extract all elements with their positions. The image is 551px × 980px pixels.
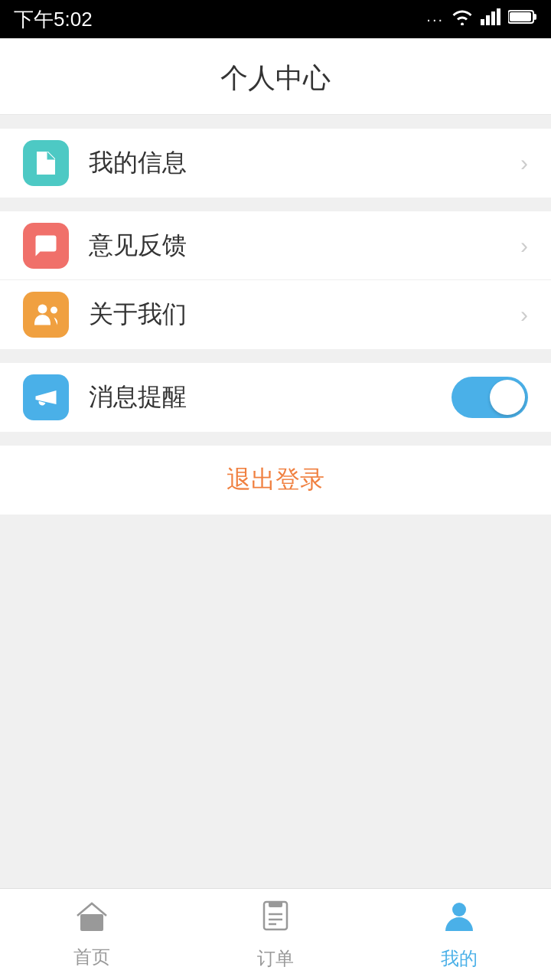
my-info-icon-wrap bbox=[23, 140, 69, 186]
svg-rect-3 bbox=[497, 8, 500, 25]
mine-tab-icon bbox=[442, 899, 476, 940]
section-gap-1 bbox=[0, 115, 551, 129]
status-icons: ··· bbox=[426, 8, 537, 30]
feedback-chevron: › bbox=[520, 233, 528, 259]
section-gap-3 bbox=[0, 349, 551, 363]
notification-toggle[interactable] bbox=[452, 377, 528, 418]
orders-tab-icon bbox=[259, 899, 292, 940]
chat-icon bbox=[32, 232, 60, 260]
my-info-label: 我的信息 bbox=[89, 146, 520, 180]
battery-icon bbox=[508, 9, 537, 29]
tab-bar: 首页 订单 我的 bbox=[0, 888, 551, 980]
svg-point-7 bbox=[38, 305, 47, 314]
signal-icon bbox=[481, 8, 500, 30]
menu-item-feedback[interactable]: 意见反馈 › bbox=[0, 211, 551, 280]
mine-tab-label: 我的 bbox=[441, 946, 478, 971]
orders-tab-label: 订单 bbox=[257, 946, 294, 971]
svg-rect-5 bbox=[533, 14, 536, 20]
svg-rect-6 bbox=[510, 12, 531, 21]
toggle-knob bbox=[490, 380, 525, 415]
menu-item-about[interactable]: 关于我们 › bbox=[0, 280, 551, 349]
status-bar: 下午5:02 ··· bbox=[0, 0, 551, 38]
person-group-icon bbox=[32, 301, 60, 328]
logout-section[interactable]: 退出登录 bbox=[0, 446, 551, 514]
page-header: 个人中心 bbox=[0, 38, 551, 115]
svg-rect-0 bbox=[481, 19, 484, 25]
about-icon-wrap bbox=[23, 292, 69, 338]
tab-orders[interactable]: 订单 bbox=[184, 899, 367, 971]
status-time: 下午5:02 bbox=[14, 6, 93, 33]
section-notification: 消息提醒 bbox=[0, 363, 551, 432]
menu-item-my-info[interactable]: 我的信息 › bbox=[0, 129, 551, 198]
page-title: 个人中心 bbox=[0, 60, 551, 97]
document-icon bbox=[32, 149, 60, 177]
notification-label: 消息提醒 bbox=[89, 381, 452, 414]
feedback-label: 意见反馈 bbox=[89, 229, 520, 263]
menu-item-notification[interactable]: 消息提醒 bbox=[0, 363, 551, 432]
wifi-icon bbox=[452, 8, 473, 30]
section-myinfo: 我的信息 › bbox=[0, 129, 551, 198]
dots-icon: ··· bbox=[426, 11, 444, 28]
my-info-chevron: › bbox=[520, 150, 528, 176]
svg-point-11 bbox=[96, 920, 103, 926]
svg-rect-9 bbox=[87, 921, 96, 931]
svg-rect-2 bbox=[491, 11, 495, 25]
svg-point-17 bbox=[452, 903, 466, 916]
svg-rect-1 bbox=[486, 15, 490, 25]
notification-icon-wrap bbox=[23, 374, 69, 420]
about-label: 关于我们 bbox=[89, 298, 520, 332]
about-chevron: › bbox=[520, 302, 528, 328]
tab-mine[interactable]: 我的 bbox=[367, 899, 551, 971]
tab-home[interactable]: 首页 bbox=[0, 900, 184, 969]
svg-point-10 bbox=[81, 920, 87, 926]
megaphone-icon bbox=[32, 384, 60, 411]
section-gap-2 bbox=[0, 198, 551, 211]
content-spacer bbox=[0, 514, 551, 888]
home-tab-icon bbox=[74, 900, 109, 939]
feedback-icon-wrap bbox=[23, 223, 69, 269]
section-settings: 意见反馈 › 关于我们 › bbox=[0, 211, 551, 349]
logout-label: 退出登录 bbox=[227, 463, 324, 497]
svg-rect-13 bbox=[269, 901, 282, 907]
home-tab-label: 首页 bbox=[73, 945, 110, 969]
